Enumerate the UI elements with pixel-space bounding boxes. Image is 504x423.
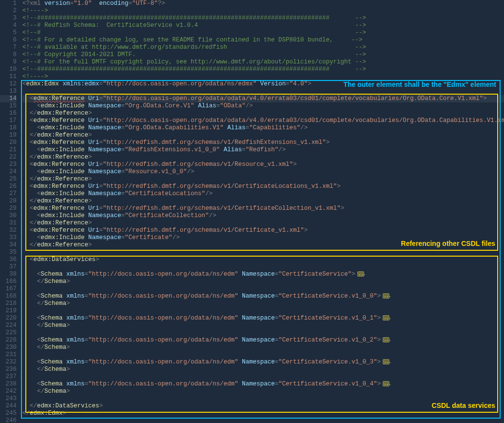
fold-icon[interactable] (383, 381, 389, 386)
fold-icon[interactable] (383, 293, 389, 299)
fold-icon[interactable] (383, 315, 389, 321)
current-line: <edmx:Reference Uri="http://docs.oasis-o… (22, 95, 504, 102)
code-area[interactable]: <?xml version="1.0" encoding="UTF-8"?> <… (20, 0, 504, 423)
code-line: <?xml version="1.0" encoding="UTF-8"?> (22, 0, 504, 7)
fold-icon[interactable] (383, 337, 389, 342)
line-number-gutter: 1234567891011121314151617181920212223242… (0, 0, 20, 423)
code-editor[interactable]: 1234567891011121314151617181920212223242… (0, 0, 504, 423)
fold-icon[interactable] (383, 359, 389, 364)
fold-icon[interactable] (357, 271, 364, 277)
